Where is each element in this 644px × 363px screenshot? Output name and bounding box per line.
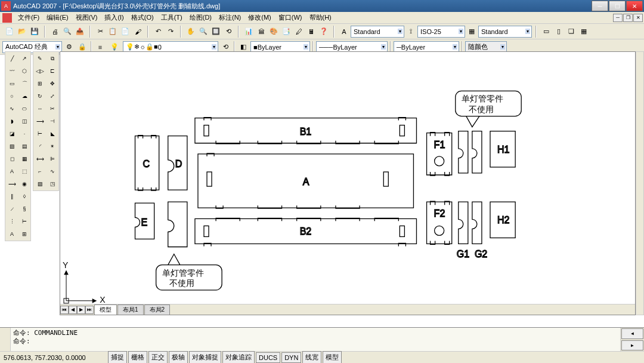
line-button[interactable]: ╱ xyxy=(6,53,18,64)
polar-toggle[interactable]: 极轴 xyxy=(169,351,188,363)
plot-button[interactable]: 🖨 xyxy=(49,26,61,38)
table-style-dropdown[interactable]: Standard xyxy=(478,26,532,38)
copy-button[interactable]: 📋 xyxy=(107,26,119,38)
make-block-button[interactable]: ◪ xyxy=(6,128,18,140)
mdi-close[interactable]: ✕ xyxy=(633,14,643,22)
preview-button[interactable]: 🔍 xyxy=(61,26,73,38)
splinedit-button[interactable]: ∿ xyxy=(47,165,58,177)
ellipse-arc-button[interactable]: ◗ xyxy=(6,115,18,127)
cmd-scroll-right[interactable]: ▶ xyxy=(621,340,643,351)
trim-button[interactable]: ✂ xyxy=(47,103,58,115)
stretch-button[interactable]: ↔ xyxy=(34,103,46,115)
tile-h-button[interactable]: ▭ xyxy=(540,26,552,38)
text-style-dropdown[interactable]: Standard xyxy=(351,26,404,38)
pline-button[interactable]: 〰 xyxy=(6,65,18,77)
model-toggle[interactable]: 模型 xyxy=(323,351,342,363)
mline-button[interactable]: ∥ xyxy=(6,190,18,202)
arrange-button[interactable]: ▦ xyxy=(578,26,590,38)
snap-toggle[interactable]: 捕捉 xyxy=(108,351,127,363)
boundary-button[interactable]: ◊ xyxy=(18,190,30,202)
menu-file[interactable]: 文件(F) xyxy=(14,12,43,23)
close-button[interactable] xyxy=(626,1,643,11)
dim-style-dropdown[interactable]: ISO-25 xyxy=(417,26,465,38)
open-button[interactable]: 📂 xyxy=(16,26,28,38)
menu-view[interactable]: 视图(V) xyxy=(72,12,101,23)
rotate-button[interactable]: ↻ xyxy=(34,90,46,102)
hatchedit-button[interactable]: ▨ xyxy=(34,178,46,190)
mdi-minimize[interactable]: ─ xyxy=(613,14,623,22)
hatch-button[interactable]: ▨ xyxy=(6,140,18,152)
menu-edit[interactable]: 编辑(E) xyxy=(43,12,72,23)
tab-first-button[interactable]: ⏮ xyxy=(60,306,69,314)
xline-button[interactable]: ↗ xyxy=(18,53,30,64)
circle-button[interactable]: ○ xyxy=(6,90,18,102)
minimize-button[interactable] xyxy=(592,1,608,11)
designcenter-button[interactable]: 🏛 xyxy=(255,26,267,38)
ray-button[interactable]: ⟶ xyxy=(6,178,18,190)
cascade-button[interactable]: ❏ xyxy=(565,26,577,38)
cmd-scroll-left[interactable]: ◀ xyxy=(621,328,643,339)
toolpalettes-button[interactable]: 🎨 xyxy=(268,26,280,38)
table-button[interactable]: ▦ xyxy=(18,153,30,165)
command-prompt[interactable]: 命令: xyxy=(13,337,618,346)
explode-button[interactable]: ✴ xyxy=(47,140,58,152)
chamfer-button[interactable]: ◣ xyxy=(47,128,58,140)
insert-block-button[interactable]: ◫ xyxy=(18,115,30,127)
tab-layout2[interactable]: 布局2 xyxy=(144,304,171,315)
sheetset-button[interactable]: 📑 xyxy=(280,26,292,38)
align-button[interactable]: ⊫ xyxy=(47,153,58,165)
zoom-window-button[interactable]: 🔲 xyxy=(210,26,222,38)
mtext-button[interactable]: A xyxy=(6,165,18,177)
publish-button[interactable]: 📤 xyxy=(74,26,86,38)
maximize-button[interactable] xyxy=(609,1,626,11)
menu-insert[interactable]: 插入(I) xyxy=(101,12,127,23)
redo-button[interactable]: ↷ xyxy=(165,26,177,38)
grid-toggle[interactable]: 栅格 xyxy=(128,351,147,363)
solidedit-button[interactable]: ◳ xyxy=(47,178,58,190)
point-button[interactable]: · xyxy=(18,128,30,140)
zoom-prev-button[interactable]: ⟲ xyxy=(222,26,234,38)
fillet-button[interactable]: ◜ xyxy=(34,140,46,152)
vertical-scrollbar[interactable] xyxy=(636,51,644,315)
move-button[interactable]: ✥ xyxy=(47,78,58,90)
command-handle[interactable] xyxy=(0,328,11,351)
ortho-toggle[interactable]: 正交 xyxy=(148,351,168,363)
scale-button[interactable]: ⤢ xyxy=(47,90,58,102)
help-button[interactable]: ❓ xyxy=(318,26,330,38)
dyn-toggle[interactable]: DYN xyxy=(281,352,301,363)
undo-button[interactable]: ↶ xyxy=(152,26,164,38)
tile-v-button[interactable]: ▯ xyxy=(553,26,565,38)
polygon-button[interactable]: ⬡ xyxy=(18,65,30,77)
markup-button[interactable]: 🖊 xyxy=(293,26,305,38)
text-button[interactable]: A xyxy=(6,228,18,240)
menu-format[interactable]: 格式(O) xyxy=(128,12,157,23)
ducs-toggle[interactable]: DUCS xyxy=(256,352,280,363)
tab-layout1[interactable]: 布局1 xyxy=(117,304,144,315)
zoom-realtime-button[interactable]: 🔍 xyxy=(197,26,209,38)
array-button[interactable]: ⊞ xyxy=(34,78,46,90)
calc-button[interactable]: 🖩 xyxy=(305,26,317,38)
mirror-button[interactable]: ◁▷ xyxy=(34,65,46,77)
erase-button[interactable]: ✎ xyxy=(34,53,46,64)
rectangle-button[interactable]: ▭ xyxy=(6,78,18,90)
properties-button[interactable]: 📊 xyxy=(243,26,255,38)
spline-button[interactable]: ∿ xyxy=(6,103,18,115)
ellipse-button[interactable]: ⬭ xyxy=(18,103,30,115)
new-button[interactable]: 📄 xyxy=(4,26,16,38)
match-button[interactable]: 🖌 xyxy=(132,26,144,38)
menu-window[interactable]: 窗口(W) xyxy=(275,12,306,23)
arc-button[interactable]: ⌒ xyxy=(18,78,30,90)
menu-tools[interactable]: 工具(T) xyxy=(157,12,186,23)
extend-button[interactable]: ⟶ xyxy=(34,115,46,127)
tab-model[interactable]: 模型 xyxy=(94,304,117,315)
pan-button[interactable]: ✋ xyxy=(185,26,197,38)
menu-dim[interactable]: 标注(N) xyxy=(215,12,244,23)
measure-button[interactable]: ⊢ xyxy=(18,216,30,227)
donut-button[interactable]: ◉ xyxy=(18,178,30,190)
join-button[interactable]: ⊢ xyxy=(34,128,46,140)
tab-prev-button[interactable]: ◀ xyxy=(69,306,77,314)
offset-button[interactable]: ⊏ xyxy=(47,65,58,77)
wipeout-button[interactable]: ⬚ xyxy=(18,165,30,177)
menu-help[interactable]: 帮助(H) xyxy=(306,12,335,23)
drawing-canvas[interactable]: X Y A B1 B2 C D E F1 F2 xyxy=(60,51,636,315)
